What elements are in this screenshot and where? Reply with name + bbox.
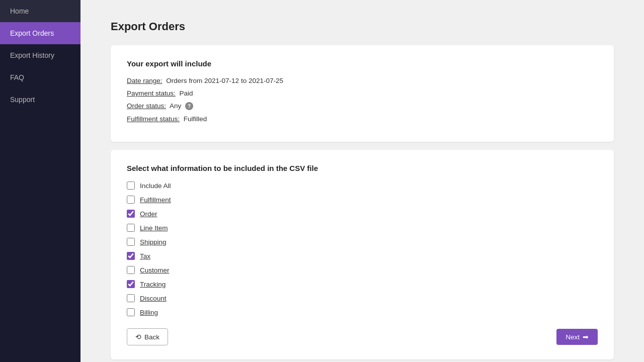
csv-selection-card: Select what information to be included i… [111, 150, 614, 359]
checkbox-item-order[interactable]: Order [127, 210, 598, 218]
csv-card-title: Select what information to be included i… [127, 164, 598, 172]
checkbox-line-item[interactable] [127, 224, 135, 232]
checkbox-billing[interactable] [127, 308, 135, 316]
next-button[interactable]: Next ➡ [556, 329, 598, 345]
payment-status-row: Payment status: Paid [127, 89, 598, 97]
checkbox-customer[interactable] [127, 266, 135, 274]
checkbox-item-billing[interactable]: Billing [127, 308, 598, 316]
fulfillment-status-value: Fulfilled [184, 115, 207, 123]
checkbox-label-discount: Discount [140, 295, 167, 302]
checkbox-tax[interactable] [127, 252, 135, 260]
checkbox-item-tax[interactable]: Tax [127, 252, 598, 260]
checkbox-item-include-all[interactable]: Include All [127, 182, 598, 190]
date-range-label: Date range: [127, 77, 163, 84]
date-range-value: Orders from 2021-07-12 to 2021-07-25 [166, 77, 283, 84]
order-status-label: Order status: [127, 102, 166, 110]
checkbox-label-include-all: Include All [140, 182, 171, 190]
checkbox-include-all[interactable] [127, 182, 135, 190]
checkbox-tracking[interactable] [127, 280, 135, 288]
date-range-row: Date range: Orders from 2021-07-12 to 20… [127, 77, 598, 84]
page-title: Export Orders [111, 20, 614, 33]
checkbox-label-billing: Billing [140, 309, 158, 316]
sidebar-item-support[interactable]: Support [0, 88, 80, 111]
checkbox-label-customer: Customer [140, 266, 170, 274]
checkbox-label-tracking: Tracking [140, 281, 166, 288]
checkbox-label-shipping: Shipping [140, 238, 167, 246]
checkbox-shipping[interactable] [127, 238, 135, 246]
checkbox-item-tracking[interactable]: Tracking [127, 280, 598, 288]
sidebar-item-faq[interactable]: FAQ [0, 66, 80, 88]
checkbox-label-order: Order [140, 210, 157, 218]
checkbox-item-fulfillment[interactable]: Fulfillment [127, 196, 598, 204]
order-status-info-icon[interactable]: ? [185, 102, 193, 110]
checkbox-fulfillment[interactable] [127, 196, 135, 204]
checkbox-item-discount[interactable]: Discount [127, 294, 598, 302]
payment-status-label: Payment status: [127, 89, 176, 97]
main-content: Export Orders Your export will include D… [80, 0, 644, 362]
fulfillment-status-label: Fulfillment status: [127, 115, 180, 123]
back-icon: ⟲ [135, 333, 141, 341]
checkbox-list: Include AllFulfillmentOrderLine ItemShip… [127, 182, 598, 316]
checkbox-order[interactable] [127, 210, 135, 218]
export-summary-card: Your export will include Date range: Ord… [111, 45, 614, 142]
fulfillment-status-row: Fulfillment status: Fulfilled [127, 115, 598, 123]
payment-status-value: Paid [180, 89, 193, 97]
order-status-row: Order status: Any ? [127, 102, 598, 110]
back-label: Back [144, 333, 159, 341]
checkbox-item-line-item[interactable]: Line Item [127, 224, 598, 232]
next-icon: ➡ [583, 333, 589, 341]
button-row: ⟲ Back Next ➡ [127, 328, 598, 345]
order-status-value: Any [170, 102, 181, 110]
back-button[interactable]: ⟲ Back [127, 328, 168, 345]
checkbox-label-tax: Tax [140, 252, 150, 260]
sidebar-item-home[interactable]: Home [0, 0, 80, 22]
sidebar: HomeExport OrdersExport HistoryFAQSuppor… [0, 0, 80, 362]
summary-card-title: Your export will include [127, 59, 598, 68]
next-label: Next [566, 333, 580, 341]
checkbox-discount[interactable] [127, 294, 135, 302]
sidebar-item-export-history[interactable]: Export History [0, 44, 80, 66]
checkbox-item-shipping[interactable]: Shipping [127, 238, 598, 246]
sidebar-item-export-orders[interactable]: Export Orders [0, 22, 80, 44]
checkbox-item-customer[interactable]: Customer [127, 266, 598, 274]
checkbox-label-line-item: Line Item [140, 224, 168, 232]
checkbox-label-fulfillment: Fulfillment [140, 196, 171, 204]
